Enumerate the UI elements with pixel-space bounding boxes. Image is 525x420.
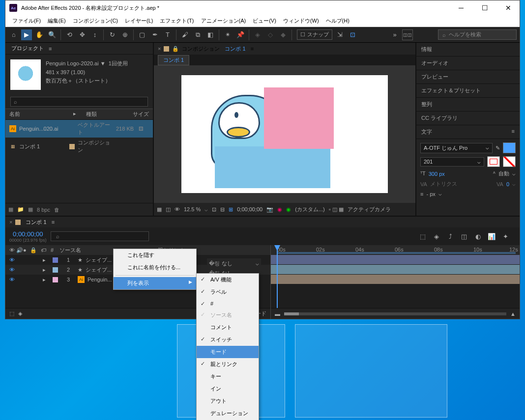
menu-edit[interactable]: 編集(E) [45, 16, 69, 26]
menu-layer[interactable]: レイヤー(L) [122, 16, 156, 26]
graph-icon[interactable]: 📊 [486, 231, 497, 242]
bpc-toggle[interactable]: 8 bpc [37, 207, 50, 213]
snap-bounds-icon[interactable]: ⊡ [347, 29, 358, 40]
align-panel[interactable]: 整列 [416, 98, 520, 112]
transparency-icon[interactable]: ◫ [166, 206, 171, 213]
toggle-switches-icon[interactable]: ⬚ [9, 310, 14, 317]
ctx-col-av[interactable]: ✓A/V 機能 [197, 274, 259, 286]
preview-panel[interactable]: プレビュー [416, 70, 520, 84]
brush-tool[interactable]: 🖌 [179, 29, 190, 40]
composition-viewer[interactable] [154, 65, 415, 203]
pan-tool[interactable]: ✥ [77, 29, 88, 40]
panel-menu-icon[interactable]: ≡ [49, 46, 52, 52]
menu-composition[interactable]: コンポジション(C) [70, 16, 121, 26]
character-panel-header[interactable]: 文字≡ [416, 125, 520, 139]
ctx-col-in[interactable]: イン [197, 383, 259, 395]
font-weight-select[interactable]: 201⌵ [420, 157, 484, 167]
zoom-tool[interactable]: 🔍 [47, 29, 58, 40]
cclib-panel[interactable]: CC ライブラリ [416, 112, 520, 125]
shy-icon[interactable]: ⤴ [445, 231, 456, 242]
color-icon[interactable]: ◉ [286, 206, 291, 213]
mask-icon[interactable]: 👁 [175, 206, 180, 212]
anchor-tool[interactable]: ⊕ [119, 29, 130, 40]
ctx-col-out[interactable]: アウト [197, 395, 259, 407]
eyedropper-icon[interactable]: ✎ [496, 145, 500, 151]
ctx-col-mode[interactable]: モード [197, 346, 259, 358]
orbit-tool[interactable]: ⟲ [64, 29, 75, 40]
timecode[interactable]: 0;00;00;00 [9, 230, 47, 238]
menu-view[interactable]: ビュー(V) [250, 16, 279, 26]
brainstorm-icon[interactable]: ✦ [500, 231, 511, 242]
viewer-time[interactable]: 0;00;00;00 [237, 206, 262, 212]
grid-icon[interactable]: ▦ [157, 206, 162, 213]
no-color[interactable] [503, 156, 516, 167]
menu-help[interactable]: ヘルプ(H) [323, 16, 352, 26]
ctx-col-label[interactable]: ✓ラベル [197, 286, 259, 298]
motionblur-icon[interactable]: ◐ [472, 231, 483, 242]
draft3d-icon[interactable]: ◈ [431, 231, 442, 242]
timeline-tracks[interactable]: 00s 02s 04s 06s 08s 10s 12s ▬ ▲ [271, 245, 520, 319]
new-comp-icon[interactable]: ▦ [28, 206, 33, 213]
leading[interactable]: 自動 [498, 170, 509, 177]
active-camera[interactable]: アクティブカメラ [348, 206, 391, 213]
minimize-button[interactable]: ─ [454, 3, 468, 13]
roi-icon[interactable]: ⊟ [220, 206, 225, 213]
effects-panel[interactable]: エフェクト＆プリセット [416, 84, 520, 98]
frameblend-icon[interactable]: ◫ [459, 231, 469, 242]
trash-icon[interactable]: 🗑 [54, 207, 59, 213]
ctx-hide[interactable]: これを隠す [114, 249, 196, 261]
ctx-col-switch[interactable]: ✓スイッチ [197, 334, 259, 346]
workspace-icon[interactable]: ◫◫ [402, 29, 413, 40]
menu-animation[interactable]: アニメーション(A) [198, 16, 249, 26]
menu-file[interactable]: ファイル(F) [9, 16, 44, 26]
ctx-col-duration[interactable]: デュレーション [197, 407, 259, 420]
ctx-col-parent[interactable]: ✓親とリンク [197, 358, 259, 370]
ctx-rename[interactable]: これに名前を付ける... [114, 261, 196, 274]
project-tab[interactable]: プロジェクト [9, 44, 46, 53]
maximize-button[interactable]: ☐ [477, 3, 492, 13]
selection-tool[interactable]: ▶ [21, 29, 32, 40]
ctx-col-number[interactable]: ✓# [197, 298, 259, 309]
font-size[interactable]: 300 px [429, 171, 445, 177]
help-search[interactable]: ⌕ ヘルプを検索 [438, 29, 517, 40]
menu-window[interactable]: ウィンドウ(W) [280, 16, 322, 26]
snapshot-icon[interactable]: 📷 [266, 206, 273, 213]
ctx-col-comment[interactable]: コメント [197, 321, 259, 334]
rotate-tool[interactable]: ↻ [107, 29, 117, 40]
toolbar-overflow[interactable]: » [389, 29, 400, 40]
comp-name-link[interactable]: コンポ 1 [223, 44, 247, 54]
render-icon[interactable]: ◈ [18, 310, 22, 317]
zoom-level[interactable]: 12.5 % [184, 206, 201, 212]
axis-world[interactable]: ◇ [265, 29, 276, 40]
menu-effect[interactable]: エフェクト(T) [157, 16, 197, 26]
timeline-tab[interactable]: コンポ 1 [24, 218, 48, 227]
zoom-out-icon[interactable]: ▬ [275, 311, 280, 317]
project-search[interactable]: ⌕ [10, 97, 148, 107]
zoom-in-icon[interactable]: ▲ [510, 311, 516, 317]
ctx-show-columns[interactable]: 列を表示▶ [114, 277, 196, 289]
panel-menu-icon[interactable]: ≡ [251, 46, 254, 52]
resolution-icon[interactable]: ⊡ [212, 206, 216, 213]
view-layout-icon[interactable]: ▫ ◫ ▦ [329, 206, 344, 213]
roto-tool[interactable]: ✴ [222, 29, 233, 40]
project-item-comp[interactable]: ▦ コンポ 1 コンポジション [5, 138, 153, 155]
text-tool[interactable]: T [162, 29, 173, 40]
axis-view[interactable]: ◆ [278, 29, 289, 40]
rect-tool[interactable]: ▢ [137, 29, 147, 40]
font-select[interactable]: A-OTF じゅん Pro⌵ [420, 143, 493, 153]
guides-icon[interactable]: ⊞ [229, 206, 233, 213]
project-columns[interactable]: 名前 ▸ 種類 サイズ [5, 109, 153, 120]
info-panel[interactable]: 情報 [416, 43, 520, 56]
fill-color[interactable] [503, 142, 516, 153]
pen-tool[interactable]: ✒ [149, 29, 160, 40]
custom-view[interactable]: (カスタム...) [295, 206, 325, 213]
home-tool[interactable]: ⌂ [8, 29, 19, 40]
channel-icon[interactable]: ◉ [277, 206, 282, 213]
comp-tab[interactable]: コンポ 1 [158, 55, 189, 65]
hand-tool[interactable]: ✋ [34, 29, 45, 40]
snap-edge-icon[interactable]: ⇲ [334, 29, 345, 40]
new-folder-icon[interactable]: 📁 [17, 206, 24, 213]
interpret-icon[interactable]: ▦ [8, 206, 13, 213]
eraser-tool[interactable]: ◧ [205, 29, 216, 40]
stroke-color[interactable] [487, 156, 500, 167]
